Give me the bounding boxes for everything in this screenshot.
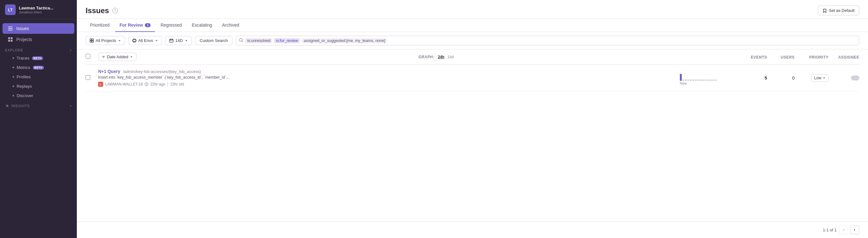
sidebar-item-traces-label: Traces [17, 56, 29, 61]
sort-icon [102, 55, 105, 59]
all-envs-button[interactable]: All Envs [128, 36, 162, 45]
issue-title-row: N+1 Query /admin/key-fob-accesses/{key_f… [98, 69, 677, 74]
search-tag-unresolved: is:unresolved [245, 38, 272, 43]
svg-line-18 [242, 41, 243, 42]
sidebar-item-discover[interactable]: Discover [2, 91, 74, 100]
all-projects-label: All Projects [96, 38, 116, 43]
next-page-button[interactable] [850, 226, 859, 234]
all-envs-label: All Envs [138, 38, 153, 43]
bar-15 [715, 79, 717, 81]
next-icon [853, 228, 857, 231]
insights-label: Insights [11, 104, 30, 108]
select-all-checkbox[interactable] [86, 54, 90, 59]
sidebar-item-discover-label: Discover [17, 93, 33, 98]
svg-point-11 [133, 40, 136, 42]
sort-date-button[interactable]: Date Added [98, 53, 136, 61]
bar-11 [705, 79, 707, 81]
explore-chevron-icon[interactable]: ▾ [70, 48, 72, 52]
graph-14d-button[interactable]: 14d [446, 55, 455, 60]
graph-24h-button[interactable]: 24h [437, 55, 445, 60]
row-checkbox[interactable] [86, 75, 90, 80]
org-user: Jonathon Klem [19, 10, 53, 14]
sidebar-nav: Issues Projects Explore ▾ Traces beta [0, 20, 77, 112]
insights-chevron-icon[interactable]: ▾ [70, 104, 72, 108]
beta-badge-traces: beta [32, 56, 43, 60]
assignee-col-val [831, 75, 859, 80]
all-projects-button[interactable]: All Projects [86, 36, 125, 45]
sidebar-item-profiles[interactable]: Profiles [2, 72, 74, 81]
search-tag-for-review: is:for_review [274, 38, 300, 43]
time-chevron-icon [185, 39, 188, 42]
grid-icon [7, 37, 13, 42]
filter-bar: All Projects All Envs 14D Custom Search [77, 32, 868, 49]
priority-chevron-icon [823, 76, 826, 79]
svg-point-17 [240, 38, 242, 41]
tab-prioritized[interactable]: Prioritized [86, 19, 114, 32]
bar-7 [695, 79, 697, 81]
issue-type[interactable]: N+1 Query [98, 69, 120, 74]
sidebar-item-profiles-label: Profiles [17, 74, 31, 79]
tab-for-review-label: For Review [120, 23, 143, 28]
sidebar-item-replays-label: Replays [17, 84, 32, 89]
tab-escalating[interactable]: Escalating [188, 19, 217, 32]
tab-escalating-label: Escalating [192, 23, 212, 28]
prev-page-button[interactable] [839, 226, 848, 234]
svg-rect-6 [11, 40, 12, 42]
priority-dropdown: Low [797, 74, 829, 82]
priority-label: Low [814, 76, 821, 80]
meta-separator: | [167, 81, 168, 87]
bar-1 [680, 74, 682, 81]
tab-for-review[interactable]: For Review 1 [115, 19, 155, 32]
search-tag-assigned: assigned_or_suggested:[me, my_teams, non… [302, 38, 387, 43]
events-col-header: EVENTS [739, 54, 767, 60]
select-all-col [86, 54, 96, 60]
tab-regressed-label: Regressed [160, 23, 182, 28]
set-default-label: Set as Default [829, 8, 855, 13]
svg-rect-8 [92, 39, 93, 40]
tab-prioritized-label: Prioritized [90, 23, 110, 28]
mini-bar-chart [680, 71, 724, 81]
priority-button[interactable]: Low [811, 74, 829, 82]
svg-rect-3 [8, 37, 10, 39]
custom-search-button[interactable]: Custom Search [195, 36, 233, 45]
tab-archived[interactable]: Archived [218, 19, 243, 32]
tab-archived-label: Archived [222, 23, 239, 28]
sidebar-item-metrics-label: Metrics [17, 65, 30, 70]
bookmark-icon [823, 8, 827, 13]
svg-rect-9 [90, 41, 92, 42]
sidebar: LT Lawman Tactica... Jonathon Klem Issue… [0, 0, 77, 238]
bar-4 [687, 79, 689, 81]
assignee-toggle[interactable] [851, 75, 859, 80]
page-header: Issues ? Set as Default [77, 0, 868, 19]
main-content: Issues ? Set as Default Prioritized For … [77, 0, 868, 238]
time-added: 22hr ago [150, 82, 165, 87]
calendar-icon [169, 38, 174, 43]
bar-3 [685, 79, 687, 81]
for-review-badge: 1 [145, 23, 151, 27]
bar-8 [698, 79, 699, 81]
pagination-label: 1-1 of 1 [823, 228, 837, 232]
list-icon [7, 26, 13, 31]
time-filter-button[interactable]: 14D [165, 36, 192, 45]
bar-10 [703, 79, 704, 81]
sidebar-item-metrics[interactable]: Metrics beta [2, 63, 74, 72]
avatar: LT [5, 4, 16, 15]
sort-chevron-icon [130, 56, 133, 59]
envs-icon [132, 38, 136, 43]
sidebar-item-traces[interactable]: Traces beta [2, 54, 74, 63]
help-icon[interactable]: ? [112, 8, 118, 13]
sidebar-item-projects[interactable]: Projects [2, 34, 74, 45]
search-bar[interactable]: is:unresolved is:for_review assigned_or_… [236, 36, 859, 45]
assignee-col-header: ASSIGNEE [831, 54, 859, 60]
set-default-button[interactable]: Set as Default [818, 6, 859, 15]
dot-icon [12, 76, 14, 78]
svg-rect-1 [8, 28, 12, 29]
graph-col-header: GRAPH: 24h 14d [418, 55, 737, 60]
svg-rect-10 [92, 41, 93, 42]
bar-5 [690, 79, 692, 81]
search-icon [239, 38, 243, 43]
sidebar-item-issues[interactable]: Issues [2, 23, 74, 34]
sidebar-item-projects-label: Projects [16, 37, 32, 42]
sidebar-item-replays[interactable]: Replays [2, 82, 74, 91]
tab-regressed[interactable]: Regressed [156, 19, 186, 32]
